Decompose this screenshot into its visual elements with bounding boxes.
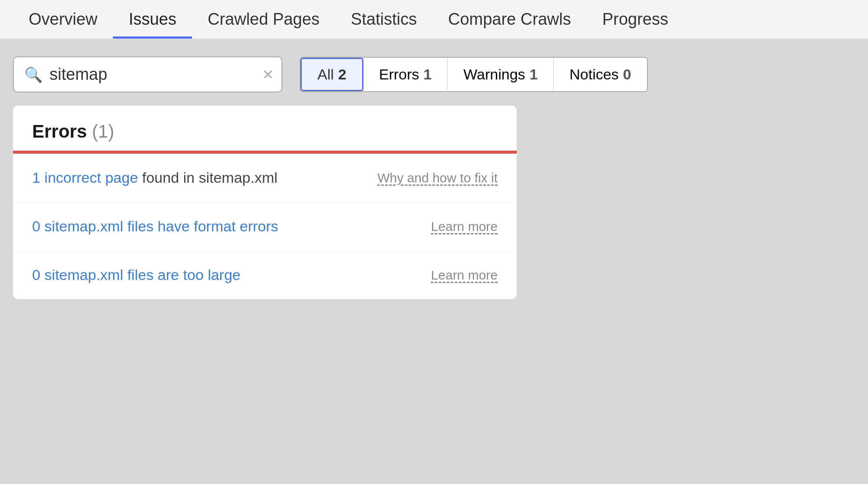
issue-link-3[interactable]: 0 sitemap.xml files are too large [32,267,241,283]
filter-all-button[interactable]: All 2 [300,58,363,91]
tab-overview[interactable]: Overview [13,0,113,39]
learn-more-link-2[interactable]: Learn more [431,219,498,234]
issue-text-2: 0 sitemap.xml files have format errors [32,218,414,235]
clear-search-button[interactable]: ✕ [262,66,274,83]
issue-row-1: 1 incorrect page found in sitemap.xml Wh… [13,154,517,202]
tab-statistics[interactable]: Statistics [335,0,432,39]
tab-issues[interactable]: Issues [113,0,192,39]
filter-notices-button[interactable]: Notices 0 [554,58,647,91]
filter-errors-button[interactable]: Errors 1 [363,58,448,91]
tab-progress[interactable]: Progress [587,0,684,39]
filter-warnings-button[interactable]: Warnings 1 [448,58,554,91]
tab-crawled-pages[interactable]: Crawled Pages [192,0,335,39]
filter-buttons: All 2 Errors 1 Warnings 1 Notices 0 [300,57,648,92]
issue-row-3: 0 sitemap.xml files are too large Learn … [13,251,517,299]
main-content: 🔍 ✕ All 2 Errors 1 Warnings 1 Notices 0 [0,39,868,316]
issue-text-3: 0 sitemap.xml files are too large [32,267,414,283]
tab-bar: Overview Issues Crawled Pages Statistics… [0,0,868,39]
results-card: Errors (1) 1 incorrect page found in sit… [13,105,517,299]
search-box: 🔍 ✕ [13,56,282,92]
issue-row-2: 0 sitemap.xml files have format errors L… [13,202,517,251]
issue-link-1[interactable]: 1 incorrect page [32,169,138,186]
errors-title: Errors (1) [32,121,114,142]
error-red-bar [13,151,517,154]
errors-section-header: Errors (1) [13,105,517,151]
issue-text-1: 1 incorrect page found in sitemap.xml [32,169,360,186]
why-fix-link-1[interactable]: Why and how to fix it [377,171,498,185]
search-icon: 🔍 [24,66,43,83]
issue-link-2[interactable]: 0 sitemap.xml files have format errors [32,218,278,234]
search-input[interactable] [50,65,255,84]
learn-more-link-3[interactable]: Learn more [431,268,498,283]
tab-compare-crawls[interactable]: Compare Crawls [432,0,587,39]
search-filter-row: 🔍 ✕ All 2 Errors 1 Warnings 1 Notices 0 [13,56,855,92]
